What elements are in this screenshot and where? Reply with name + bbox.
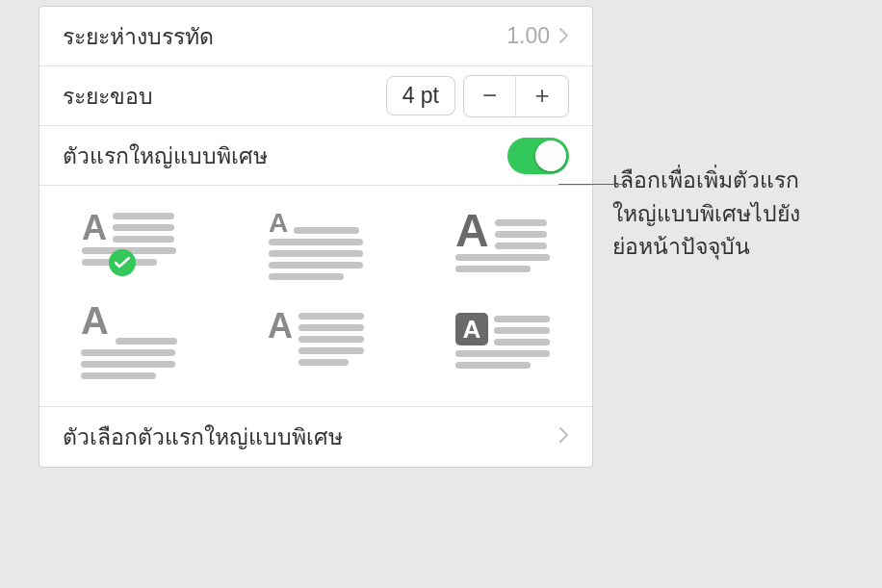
text-line-icon (495, 231, 547, 238)
margin-plus-button[interactable]: + (516, 76, 568, 116)
chevron-right-icon (559, 427, 569, 447)
callout-text: เลือกเพื่อเพิ่มตัวแรก ใหญ่แบบพิเศษไปยัง … (612, 164, 872, 264)
letter-a-icon: A (82, 215, 107, 243)
text-line-icon (113, 224, 174, 231)
text-line-icon (455, 362, 531, 369)
text-line-icon (298, 324, 364, 331)
letter-a-icon: A (268, 313, 293, 341)
letter-a-icon: A (81, 305, 109, 336)
margin-stepper-group: 4 pt − + (386, 75, 569, 117)
text-line-icon (113, 213, 174, 219)
formatting-panel: ระยะห่างบรรทัด 1.00 ระยะขอบ 4 pt − + ตัว… (39, 6, 593, 468)
drop-cap-style-1[interactable]: A (82, 213, 176, 280)
drop-cap-options-row[interactable]: ตัวเลือกตัวแรกใหญ่แบบพิเศษ (39, 407, 592, 467)
callout-line-2: ใหญ่แบบพิเศษไปยัง (612, 197, 872, 231)
drop-cap-style-5[interactable]: A (268, 313, 364, 379)
margin-value: 4 pt (386, 76, 455, 115)
text-line-icon (81, 349, 175, 356)
drop-cap-options-label: ตัวเลือกตัวแรกใหญ่แบบพิเศษ (63, 420, 343, 454)
checkmark-icon (109, 249, 136, 276)
text-line-icon (455, 350, 550, 357)
chevron-right-icon (559, 23, 569, 49)
callout-connector-line (558, 184, 624, 185)
toggle-knob (535, 141, 566, 171)
text-line-icon (455, 254, 550, 261)
drop-cap-style-4[interactable]: A (81, 313, 177, 379)
text-line-icon (81, 361, 175, 368)
text-line-icon (269, 250, 363, 257)
text-line-icon (269, 262, 363, 268)
drop-cap-style-6[interactable]: A (455, 313, 550, 379)
text-line-icon (494, 327, 550, 334)
letter-a-icon: A (455, 213, 489, 249)
line-spacing-value-group: 1.00 (506, 23, 569, 49)
letter-a-icon: A (269, 213, 288, 234)
text-line-icon (269, 239, 363, 245)
text-line-icon (294, 227, 359, 234)
text-line-icon (298, 336, 364, 343)
letter-a-inverted-icon: A (455, 313, 488, 345)
text-line-icon (455, 266, 531, 272)
text-line-icon (495, 243, 547, 249)
line-spacing-row[interactable]: ระยะห่างบรรทัด 1.00 (39, 7, 592, 66)
margin-minus-button[interactable]: − (464, 76, 516, 116)
drop-cap-grid: A A (63, 213, 569, 379)
margin-row: ระยะขอบ 4 pt − + (39, 66, 592, 126)
drop-cap-style-3[interactable]: A (455, 213, 550, 280)
text-line-icon (81, 372, 156, 379)
text-line-icon (298, 347, 364, 354)
drop-cap-styles-section: A A (39, 186, 592, 407)
drop-cap-toggle[interactable] (507, 138, 569, 174)
drop-cap-toggle-row: ตัวแรกใหญ่แบบพิเศษ (39, 126, 592, 186)
drop-cap-style-2[interactable]: A (269, 213, 363, 280)
text-line-icon (298, 359, 349, 366)
callout-line-3: ย่อหน้าปัจจุบัน (612, 230, 872, 264)
line-spacing-value: 1.00 (506, 23, 550, 49)
drop-cap-label: ตัวแรกใหญ่แบบพิเศษ (63, 139, 268, 173)
text-line-icon (269, 273, 344, 280)
text-line-icon (116, 338, 177, 345)
text-line-icon (495, 219, 547, 226)
text-line-icon (494, 316, 550, 322)
margin-stepper: − + (463, 75, 569, 117)
line-spacing-label: ระยะห่างบรรทัด (63, 19, 214, 54)
text-line-icon (494, 339, 550, 345)
margin-label: ระยะขอบ (63, 79, 153, 114)
text-line-icon (113, 236, 174, 243)
text-line-icon (298, 313, 364, 320)
callout-line-1: เลือกเพื่อเพิ่มตัวแรก (612, 164, 872, 197)
